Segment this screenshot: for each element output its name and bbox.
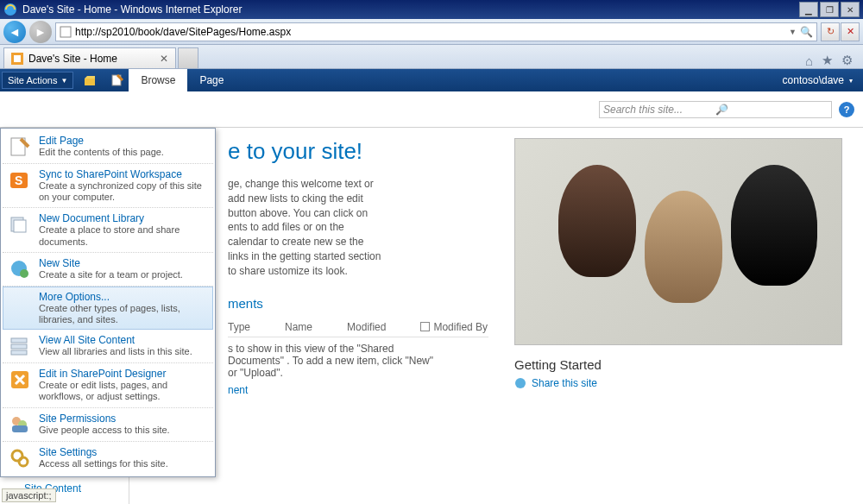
svg-rect-15 xyxy=(11,350,27,355)
menu-site-settings[interactable]: Site SettingsAccess all settings for thi… xyxy=(3,442,213,475)
site-actions-label: Site Actions xyxy=(8,75,57,85)
tab-title: Dave's Site - Home xyxy=(28,53,117,65)
user-menu[interactable]: contoso\dave ▾ xyxy=(772,74,863,86)
svg-point-23 xyxy=(515,378,526,388)
command-bar: ⌂ ★ ⚙ xyxy=(805,53,860,68)
svg-rect-13 xyxy=(11,338,27,343)
navigate-up-icon[interactable] xyxy=(79,69,101,91)
help-button[interactable]: ? xyxy=(839,102,854,117)
minimize-button[interactable]: ▁ xyxy=(799,2,818,17)
tab-close-icon[interactable]: ✕ xyxy=(160,53,168,65)
menu-new-doclib[interactable]: New Document LibraryCreate a place to st… xyxy=(3,208,213,252)
user-label: contoso\dave xyxy=(783,74,844,86)
svg-rect-4 xyxy=(85,79,95,85)
svg-point-12 xyxy=(20,269,28,278)
browser-navbar: ◄ ► ▼ 🔍 ↻ ✕ xyxy=(0,19,863,45)
forward-button[interactable]: ► xyxy=(29,21,52,43)
menu-more-options[interactable]: More Options...Create other types of pag… xyxy=(3,287,213,330)
documents-table: Type Name Modified Modified By s to show… xyxy=(228,318,488,396)
col-modified-by[interactable]: Modified By xyxy=(420,321,488,333)
chevron-down-icon: ▼ xyxy=(60,77,67,85)
back-button[interactable]: ◄ xyxy=(3,21,26,43)
menu-view-all-content[interactable]: View All Site ContentView all libraries … xyxy=(3,330,213,363)
hero-image xyxy=(514,138,842,345)
svg-rect-14 xyxy=(11,344,27,349)
url-input[interactable] xyxy=(75,26,785,38)
svg-rect-19 xyxy=(12,425,28,432)
window-title: Dave's Site - Home - Windows Internet Ex… xyxy=(22,3,242,16)
menu-spd[interactable]: Edit in SharePoint DesignerCreate or edi… xyxy=(3,363,213,407)
spd-icon xyxy=(8,368,32,392)
getting-started-heading: Getting Started xyxy=(514,357,851,372)
site-search-input[interactable]: Search this site... 🔎 xyxy=(599,101,832,118)
shared-documents-heading: ments xyxy=(228,296,488,311)
sharepoint-ribbon: Site Actions ▼ Browse Page contoso\dave … xyxy=(0,69,863,91)
page-topbar: Search this site... 🔎 ? xyxy=(0,91,863,128)
close-button[interactable]: ✕ xyxy=(841,2,860,17)
page-icon xyxy=(60,26,72,38)
chevron-down-icon: ▾ xyxy=(849,77,853,85)
ie-icon xyxy=(3,3,17,16)
svg-rect-3 xyxy=(14,55,21,62)
tab-page[interactable]: Page xyxy=(187,69,236,91)
svg-text:S: S xyxy=(15,173,22,187)
svg-rect-1 xyxy=(60,27,71,37)
newsite-icon xyxy=(8,257,32,281)
favorites-icon[interactable]: ★ xyxy=(822,53,833,68)
col-modified[interactable]: Modified xyxy=(347,321,386,333)
new-tab-button[interactable] xyxy=(178,47,198,68)
page-title: e to your site! xyxy=(228,138,488,165)
svg-rect-10 xyxy=(14,220,26,232)
svg-point-21 xyxy=(19,457,28,466)
search-placeholder: Search this site... xyxy=(603,104,715,116)
checkbox-icon[interactable] xyxy=(420,322,430,331)
favicon-icon xyxy=(11,53,23,65)
menu-permissions[interactable]: Site PermissionsGive people access to th… xyxy=(3,408,213,442)
sync-icon: S xyxy=(8,168,32,192)
search-icon[interactable]: 🔎 xyxy=(715,104,828,116)
share-icon xyxy=(514,377,526,389)
maximize-button[interactable]: ❐ xyxy=(820,2,839,17)
add-document-link[interactable]: nent xyxy=(228,384,488,396)
more-icon xyxy=(8,291,32,315)
browser-tab[interactable]: Dave's Site - Home ✕ xyxy=(3,47,176,68)
tools-icon[interactable]: ⚙ xyxy=(841,53,853,68)
window-titlebar: Dave's Site - Home - Windows Internet Ex… xyxy=(0,0,863,19)
menu-new-site[interactable]: New SiteCreate a site for a team or proj… xyxy=(3,253,213,287)
address-bar[interactable]: ▼ 🔍 xyxy=(55,22,817,41)
menu-edit-page[interactable]: Edit PageEdit the contents of this page. xyxy=(3,130,213,164)
allcontent-icon xyxy=(8,334,32,358)
search-glass-icon[interactable]: 🔍 xyxy=(800,26,813,38)
site-actions-menu: Edit PageEdit the contents of this page.… xyxy=(0,128,216,477)
url-dropdown-icon[interactable]: ▼ xyxy=(789,28,797,36)
share-site-link[interactable]: Share this site xyxy=(514,377,851,389)
tab-browse[interactable]: Browse xyxy=(129,69,187,91)
col-type[interactable]: Type xyxy=(228,321,250,333)
home-icon[interactable]: ⌂ xyxy=(805,54,813,68)
browser-tabstrip: Dave's Site - Home ✕ ⌂ ★ ⚙ xyxy=(0,45,863,69)
doclib-icon xyxy=(8,212,32,236)
status-bar: javascript:; xyxy=(2,488,56,502)
col-name[interactable]: Name xyxy=(285,321,312,333)
refresh-button[interactable]: ↻ xyxy=(821,22,840,41)
settings-icon xyxy=(8,446,32,470)
main-content: Edit PageEdit the contents of this page.… xyxy=(0,128,863,504)
menu-sync-workspace[interactable]: S Sync to SharePoint WorkspaceCreate a s… xyxy=(3,164,213,208)
site-actions-button[interactable]: Site Actions ▼ xyxy=(2,72,73,89)
edit-icon[interactable] xyxy=(106,69,129,91)
empty-message: s to show in this view of the "Shared Do… xyxy=(228,337,444,384)
stop-button[interactable]: ✕ xyxy=(841,22,860,41)
edit-page-icon xyxy=(8,135,32,159)
permissions-icon xyxy=(8,413,32,437)
